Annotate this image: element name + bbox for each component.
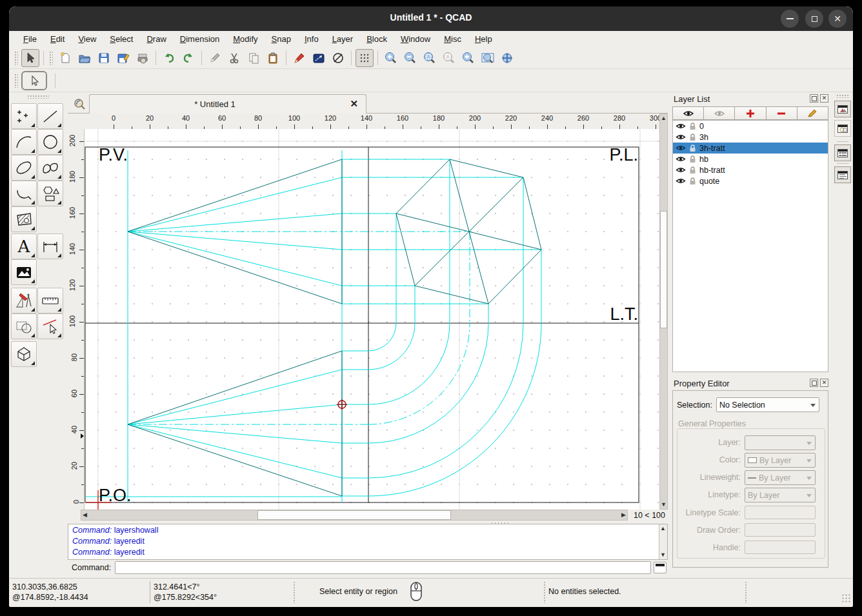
layer-list-float-icon[interactable] [810, 94, 818, 103]
selection-box-button[interactable] [310, 49, 328, 67]
palette-drag-handle[interactable] [27, 95, 49, 99]
dimension-tool-button[interactable] [37, 233, 63, 259]
hide-all-layers-button[interactable] [703, 106, 734, 120]
eye-icon[interactable] [676, 134, 686, 141]
zoom-previous-button[interactable] [459, 49, 477, 67]
save-as-button[interactable] [114, 49, 132, 67]
text-tool-button[interactable]: A [11, 233, 37, 259]
zoom-auto-button[interactable] [421, 49, 439, 67]
menu-select[interactable]: Select [110, 34, 133, 44]
property-editor-close-icon[interactable]: ✕ [820, 379, 828, 387]
block-tool-button[interactable] [11, 313, 37, 339]
select-arrow-button[interactable] [21, 49, 39, 67]
open-folder-button[interactable] [75, 49, 94, 67]
menu-block[interactable]: Block [366, 34, 387, 44]
menu-misc[interactable]: Misc [444, 34, 461, 44]
zoom-window-button[interactable] [479, 49, 497, 67]
minimize-button[interactable] [781, 10, 799, 28]
toolbar-drag-handle[interactable] [14, 51, 18, 65]
lock-icon[interactable] [689, 177, 696, 185]
print-button[interactable] [134, 49, 152, 67]
layer-row[interactable]: quote [673, 175, 828, 186]
maximize-button[interactable] [805, 10, 823, 28]
eye-icon[interactable] [676, 155, 686, 163]
command-panel-toggle-icon[interactable] [654, 562, 667, 573]
list-view-dock-button[interactable] [834, 144, 851, 161]
horizontal-scrollbar[interactable]: ◀ ▶ [81, 510, 628, 521]
menu-help[interactable]: Help [475, 34, 492, 44]
menu-file[interactable]: File [23, 34, 37, 44]
arc-tool-button[interactable] [11, 129, 37, 155]
hatch-tool-button[interactable] [11, 206, 37, 232]
spline-tool-button[interactable] [37, 155, 63, 181]
line-tool-button[interactable] [37, 103, 63, 129]
layer-row[interactable]: 3h [673, 132, 828, 143]
selection-dropdown[interactable]: No Selection [716, 397, 819, 412]
copy-button[interactable] [245, 49, 263, 67]
zoom-out-button[interactable] [401, 49, 419, 67]
edit-pencil-button[interactable] [206, 49, 224, 67]
pan-button[interactable] [498, 49, 516, 67]
point-tool-button[interactable] [11, 103, 37, 129]
menu-snap[interactable]: Snap [272, 34, 291, 44]
block-list-dock-button[interactable] [834, 120, 851, 137]
layer-row[interactable]: hb [673, 154, 828, 164]
layer-row-selected[interactable]: 3h-tratt [673, 143, 828, 154]
lock-icon[interactable] [689, 144, 696, 152]
modify-tool-button[interactable] [37, 313, 63, 339]
menu-view[interactable]: View [78, 34, 96, 44]
close-button[interactable]: ✕ [828, 10, 847, 28]
menu-info[interactable]: Info [305, 34, 319, 44]
vertical-scrollbar[interactable]: ▲ ▼ [659, 114, 668, 510]
add-layer-button[interactable] [734, 106, 765, 120]
resize-grip[interactable] [841, 593, 850, 602]
circle-slash-button[interactable] [329, 49, 347, 67]
lock-icon[interactable] [689, 155, 696, 163]
image-tool-button[interactable] [11, 259, 37, 285]
layer-row[interactable]: hb-tratt [673, 164, 828, 175]
property-editor-float-icon[interactable] [810, 379, 818, 387]
menu-edit[interactable]: Edit [50, 34, 65, 44]
paste-button[interactable] [264, 49, 282, 67]
polyline-tool-button[interactable] [11, 181, 37, 206]
dock-strip-drag-handle[interactable] [836, 94, 849, 98]
command-input[interactable] [115, 561, 651, 574]
draw-tools-button[interactable] [11, 288, 37, 313]
layer-list-close-icon[interactable]: ✕ [820, 94, 828, 103]
show-all-layers-button[interactable] [672, 106, 703, 120]
redo-button[interactable] [179, 49, 197, 67]
solid-tool-button[interactable] [11, 341, 37, 367]
new-file-button[interactable] [56, 49, 74, 67]
drawing-canvas[interactable]: P.V. P.L. L.T. P.O. [84, 129, 659, 510]
pencil-red-button[interactable] [290, 49, 308, 67]
vertical-scrollbar-thumb[interactable] [660, 211, 667, 328]
drawing-tab[interactable]: * Untitled 1 ✕ [89, 94, 366, 114]
zoom-in-button[interactable] [382, 49, 400, 67]
ellipse-tool-button[interactable] [11, 155, 37, 181]
shape-tool-button[interactable] [37, 181, 63, 206]
eye-icon[interactable] [676, 123, 686, 130]
lock-icon[interactable] [689, 134, 696, 141]
save-button[interactable] [95, 49, 113, 67]
layer-list-dock-button[interactable] [834, 101, 851, 117]
tab-close-icon[interactable]: ✕ [350, 98, 358, 110]
circle-tool-button[interactable] [37, 129, 63, 155]
measure-tool-button[interactable] [37, 288, 63, 313]
remove-layer-button[interactable] [766, 106, 797, 120]
horizontal-scrollbar-thumb[interactable] [257, 510, 451, 520]
cursor-tool-button[interactable] [21, 71, 47, 90]
lock-icon[interactable] [689, 123, 696, 130]
lock-icon[interactable] [689, 166, 696, 174]
menu-modify[interactable]: Modify [233, 34, 257, 44]
eye-icon[interactable] [676, 177, 686, 184]
layer-row[interactable]: 0 [673, 121, 828, 132]
snap-toolbar-drag-handle[interactable] [14, 74, 18, 88]
undo-button[interactable] [160, 49, 178, 67]
cut-button[interactable] [225, 49, 243, 67]
history-scrollbar[interactable]: ▲ ▼ [659, 524, 667, 559]
grid-toggle-button[interactable] [356, 49, 374, 67]
eye-icon[interactable] [676, 144, 686, 152]
command-line-dock-button[interactable] [834, 166, 851, 183]
edit-layer-button[interactable] [797, 106, 828, 120]
menu-window[interactable]: Window [401, 34, 430, 44]
